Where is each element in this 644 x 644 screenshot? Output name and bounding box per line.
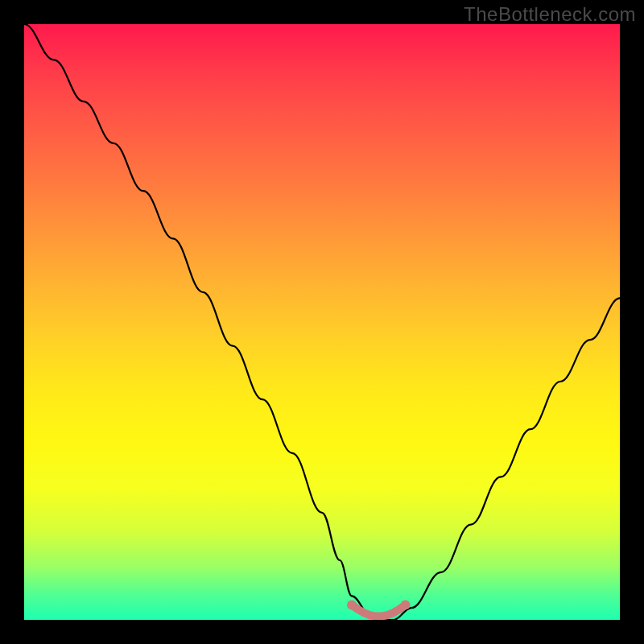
watermark-text: TheBottleneck.com <box>464 3 636 26</box>
curve-layer <box>24 24 620 620</box>
bottleneck-curve <box>24 24 620 620</box>
chart-canvas: TheBottleneck.com <box>0 0 644 644</box>
plot-area <box>24 24 620 620</box>
bottom-band <box>24 591 620 615</box>
